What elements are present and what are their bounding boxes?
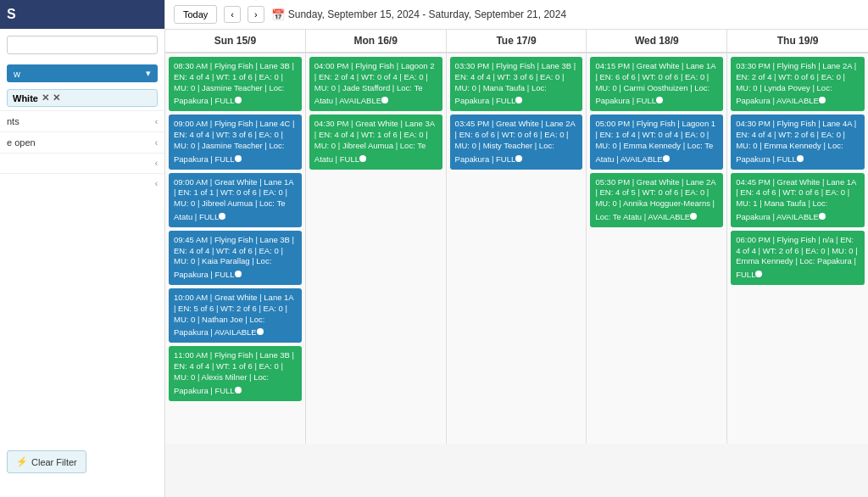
col-header-thu: Thu 19/9 [727,30,868,52]
event-dot [235,155,242,162]
event-card[interactable]: 09:45 AM | Flying Fish | Lane 3B | EN: 4… [169,231,302,285]
event-card[interactable]: 09:00 AM | Great White | Lane 1A | EN: 1… [169,173,302,227]
events-grid: 08:30 AM | Flying Fish | Lane 3B | EN: 4… [165,53,868,497]
event-dot [656,97,663,103]
event-dot [219,213,225,220]
col-header-mon: Mon 16/9 [306,30,447,52]
dropdown-label: w [14,69,20,79]
calendar-main: Today ‹ › 📅 Sunday, September 15, 2024 -… [165,0,868,497]
event-card[interactable]: 03:30 PM | Flying Fish | Lane 3B | EN: 4… [450,57,583,111]
event-card[interactable]: 03:30 PM | Flying Fish | Lane 2A | EN: 2… [731,57,865,111]
event-card[interactable]: 09:00 AM | Flying Fish | Lane 4C | EN: 4… [169,114,302,169]
filter-tag-label: White [13,93,38,103]
event-dot [359,155,366,162]
event-card[interactable]: 04:15 PM | Great White | Lane 1A | EN: 6… [590,57,723,111]
event-card[interactable]: 04:00 PM | Flying Fish | Lagoon 2 | EN: … [309,57,442,111]
event-dot [819,97,826,103]
chevron-left-icon-3: ‹ [155,159,158,168]
event-card[interactable]: 03:45 PM | Great White | Lane 2A | EN: 6… [450,114,583,169]
day-col-mon: 04:00 PM | Flying Fish | Lagoon 2 | EN: … [306,53,447,444]
event-dot [257,328,264,335]
day-col-sun: 08:30 AM | Flying Fish | Lane 3B | EN: 4… [165,53,306,444]
event-dot [515,155,522,162]
event-card[interactable]: 08:30 AM | Flying Fish | Lane 3B | EN: 4… [169,57,302,111]
sidebar-item-eopen[interactable]: e open ‹ [0,131,164,153]
sidebar-item-nts[interactable]: nts ‹ [0,110,164,131]
day-col-tue: 03:30 PM | Flying Fish | Lane 3B | EN: 4… [447,53,587,444]
col-header-tue: Tue 17/9 [447,30,587,52]
event-card[interactable]: 05:00 PM | Flying Fish | Lagoon 1 | EN: … [590,114,723,169]
event-dot [797,155,804,162]
day-col-thu: 03:30 PM | Flying Fish | Lane 2A | EN: 2… [727,53,868,444]
sidebar-item-nts-label: nts [7,116,19,126]
event-dot [690,213,697,220]
sidebar-search-area [0,29,164,61]
prev-button[interactable]: ‹ [224,6,241,23]
event-dot [755,271,762,277]
event-card[interactable]: 04:45 PM | Great White | Lane 1A | EN: 4… [731,173,865,227]
filter-tag-close-icon[interactable]: ✕ [53,92,60,103]
search-input[interactable] [7,36,158,54]
filter-icon: ⚡ [16,456,28,467]
event-dot [235,271,242,277]
next-button[interactable]: › [248,6,264,23]
event-card[interactable]: 04:30 PM | Flying Fish | Lane 4A | EN: 4… [731,114,865,169]
today-button[interactable]: Today [174,5,217,24]
event-dot [235,387,242,394]
event-dot [515,97,522,103]
sidebar-item-4[interactable]: ‹ [0,173,164,193]
clear-filter-label: Clear Filter [31,457,77,467]
sidebar-title: S [0,0,164,29]
calendar-date-range: Sunday, September 15, 2024 - Saturday, S… [288,8,566,20]
chevron-left-icon: ‹ [155,117,158,126]
calendar-icon: 📅 [271,8,285,21]
col-header-wed: Wed 18/9 [587,30,727,52]
chevron-left-icon-4: ‹ [155,179,158,188]
event-card[interactable]: 06:00 PM | Flying Fish | n/a | EN: 4 of … [731,231,865,285]
col-header-sun: Sun 15/9 [165,30,306,52]
event-dot [819,213,826,220]
event-card[interactable]: 04:30 PM | Great White | Lane 3A | EN: 4… [309,114,442,169]
day-col-wed: 04:15 PM | Great White | Lane 1A | EN: 6… [587,53,727,444]
sidebar-item-eopen-label: e open [7,137,36,148]
event-dot [381,97,388,103]
clear-filter-button[interactable]: ⚡ Clear Filter [7,450,86,473]
calendar-title: 📅 Sunday, September 15, 2024 - Saturday,… [271,8,566,21]
event-dot [235,97,242,103]
event-card[interactable]: 11:00 AM | Flying Fish | Lane 3B | EN: 4… [169,346,302,400]
calendar-toolbar: Today ‹ › 📅 Sunday, September 15, 2024 -… [165,0,868,30]
event-dot [663,155,670,162]
dropdown-button[interactable]: w ▾ [7,64,158,82]
chevron-down-icon: ▾ [146,68,151,79]
event-card[interactable]: 10:00 AM | Great White | Lane 1A | EN: 5… [169,288,302,343]
event-card[interactable]: 05:30 PM | Great White | Lane 2A | EN: 4… [590,173,723,227]
filter-tag-remove-icon[interactable]: ✕ [42,92,49,103]
chevron-left-icon-2: ‹ [155,138,158,148]
sidebar: S w ▾ White ✕ ✕ nts ‹ e open ‹ ‹ ‹ [0,0,165,497]
column-headers: Sun 15/9 Mon 16/9 Tue 17/9 Wed 18/9 Thu … [165,30,868,53]
sidebar-item-3[interactable]: ‹ [0,153,164,173]
filter-tag: White ✕ ✕ [7,89,158,107]
